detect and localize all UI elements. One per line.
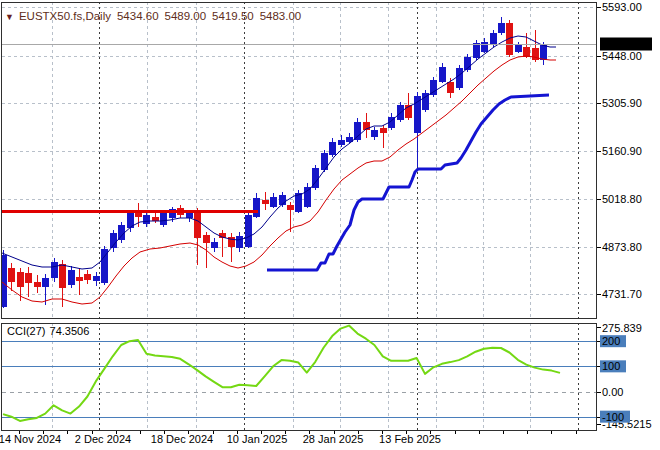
indicator-name: CCI(27) (7, 325, 46, 337)
candle-body (354, 122, 361, 140)
cci-max-label: 275.839 (602, 322, 642, 334)
price-tick-label: 5448.00 (602, 50, 642, 62)
indicator-value: 74.3506 (50, 325, 90, 337)
price-tick-label: 4731.70 (602, 288, 642, 300)
candle-body (51, 262, 58, 278)
candle-body (160, 213, 167, 225)
candle-body (245, 215, 252, 247)
candle-body (203, 235, 210, 243)
indicator-label: CCI(27)74.3506 (7, 325, 93, 337)
candle-body (287, 205, 294, 210)
candle-body (338, 140, 345, 145)
candle-body (329, 142, 336, 155)
price-chart[interactable]: 5593.005448.005305.905160.905018.804873.… (0, 0, 660, 450)
candle-body (84, 274, 91, 280)
candle-body (253, 198, 260, 217)
date-label: 13 Feb 2025 (379, 433, 441, 445)
trading-chart-window: 5593.005448.005305.905160.905018.804873.… (0, 0, 660, 450)
cci-level-label: 100 (602, 360, 620, 372)
candle-body (236, 236, 243, 248)
candle-body (262, 200, 269, 204)
time-axis[interactable]: 14 Nov 20242 Dec 202418 Dec 202410 Jan 2… (0, 431, 577, 445)
candle-body (194, 210, 201, 238)
price-tick-label: 5160.90 (602, 145, 642, 157)
candle-body (59, 264, 66, 288)
indicator-chart-surface[interactable] (2, 323, 596, 430)
candle-body (25, 273, 32, 283)
candle-body (34, 282, 41, 287)
candle-body (211, 242, 218, 248)
candle-body (380, 128, 387, 133)
candle-body (498, 23, 505, 33)
candle-body (42, 278, 49, 287)
candle-body (430, 80, 437, 95)
date-label: 2 Dec 2024 (75, 433, 131, 445)
candle-body (523, 47, 530, 57)
price-tick-label: 4873.80 (602, 241, 642, 253)
candle-body (515, 45, 522, 52)
high-value: 5489.00 (165, 10, 207, 22)
candle-body (481, 42, 488, 52)
date-label: 14 Nov 2024 (0, 433, 61, 445)
symbol-ohlc-header: ▼EUSTX50.fs,Daily5434.605489.005419.5054… (5, 10, 307, 22)
candle-body (143, 215, 150, 224)
candle-body (152, 217, 159, 221)
candle-body (68, 270, 75, 285)
price-tick-label: 5018.80 (602, 193, 642, 205)
candle-body (93, 276, 100, 281)
close-value: 5483.00 (260, 10, 302, 22)
cci-level-label: 0.00 (602, 386, 623, 398)
price-tick-label: 5593.00 (602, 1, 642, 13)
symbol-label: EUSTX50.fs,Daily (19, 10, 111, 22)
date-label: 10 Jan 2025 (227, 433, 288, 445)
price-axis[interactable]: 5593.005448.005305.905160.905018.804873.… (597, 1, 652, 300)
candle-body (456, 68, 463, 88)
current-price-label: 5483.00 (603, 39, 643, 51)
cci-level-label: -100 (602, 411, 624, 423)
candle-body (8, 268, 15, 282)
open-value: 5434.60 (117, 10, 159, 22)
candle-body (76, 277, 83, 281)
date-label: 28 Jan 2025 (303, 433, 364, 445)
indicator-axis[interactable]: 275.839-145.52152001000.00-100 (597, 322, 652, 430)
cci-level-label: 200 (602, 335, 620, 347)
candle-body (439, 67, 446, 82)
candle-body (270, 197, 277, 207)
candle-body (371, 130, 378, 137)
candle-body (17, 272, 24, 287)
collapse-triangle-icon[interactable]: ▼ (5, 12, 14, 22)
candle-body (447, 82, 454, 93)
date-label: 18 Dec 2024 (151, 433, 213, 445)
candle-body (490, 33, 497, 45)
low-value: 5419.50 (212, 10, 254, 22)
candle-body (186, 213, 193, 218)
candle-body (473, 43, 480, 58)
price-tick-label: 5305.90 (602, 97, 642, 109)
